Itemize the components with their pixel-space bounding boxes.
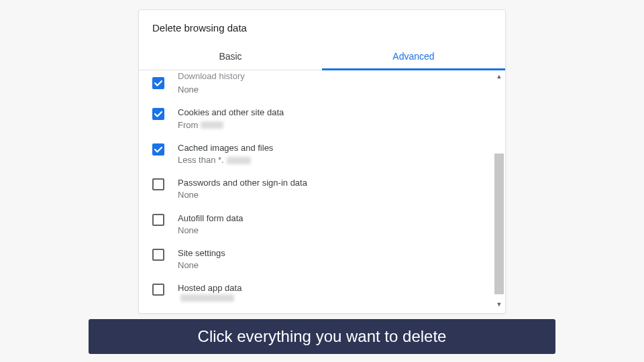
list-item: Autofill form dataNone (139, 207, 505, 242)
item-text: Cookies and other site dataFrom (178, 107, 284, 131)
item-label: Site settings (178, 247, 225, 259)
item-subtext: Less than *. (178, 154, 273, 166)
item-label: Hosted app data (178, 282, 241, 294)
item-text: Download historyNone (178, 76, 245, 96)
item-label: Autofill form data (178, 213, 244, 225)
item-subtext: None (178, 259, 225, 272)
list-item: Site settingsNone (139, 242, 505, 277)
scroll-area: Download historyNoneCookies and other si… (139, 70, 505, 310)
redacted-text (227, 157, 251, 164)
redacted-text (180, 294, 234, 302)
checkbox[interactable] (152, 143, 164, 156)
item-subtext: None (178, 189, 307, 201)
instruction-caption: Click everything you want to delete (89, 319, 555, 354)
checkbox[interactable] (152, 249, 164, 261)
item-label: Download history (178, 70, 245, 82)
item-label: Cookies and other site data (178, 107, 284, 119)
scroll-down-arrow[interactable]: ▼ (494, 300, 504, 309)
list-item: Cached images and filesLess than *. (139, 137, 505, 172)
item-subtext: None (178, 84, 245, 96)
checkbox[interactable] (152, 108, 164, 120)
scrollbar-thumb[interactable] (494, 154, 504, 294)
item-label: Cached images and files (178, 142, 273, 154)
item-text: Site settingsNone (178, 247, 225, 272)
list-item: Cookies and other site dataFrom (139, 101, 505, 136)
item-label: Passwords and other sign-in data (178, 177, 307, 189)
item-subtext: None (178, 225, 244, 237)
checkbox[interactable] (152, 77, 164, 89)
tab-advanced[interactable]: Advanced (322, 43, 505, 70)
items-list: Download historyNoneCookies and other si… (139, 70, 505, 307)
scrollbar-track[interactable] (494, 73, 504, 308)
tab-basic[interactable]: Basic (139, 43, 322, 70)
redacted-text (201, 121, 223, 129)
delete-browsing-data-dialog: Delete browsing data Basic Advanced Down… (138, 9, 506, 314)
item-subtext (178, 294, 241, 302)
checkbox[interactable] (152, 284, 164, 296)
checkbox[interactable] (152, 214, 164, 226)
list-item: Download historyNone (139, 76, 505, 101)
item-text: Cached images and filesLess than *. (178, 142, 273, 166)
list-item: Hosted app data (139, 277, 505, 307)
item-text: Passwords and other sign-in dataNone (178, 177, 307, 201)
item-subtext: From (178, 119, 284, 131)
list-item: Passwords and other sign-in dataNone (139, 172, 505, 206)
dialog-title: Delete browsing data (139, 10, 505, 43)
item-text: Autofill form dataNone (178, 213, 244, 237)
checkbox[interactable] (152, 178, 164, 190)
tabs: Basic Advanced (139, 43, 505, 70)
item-text: Hosted app data (178, 282, 241, 302)
